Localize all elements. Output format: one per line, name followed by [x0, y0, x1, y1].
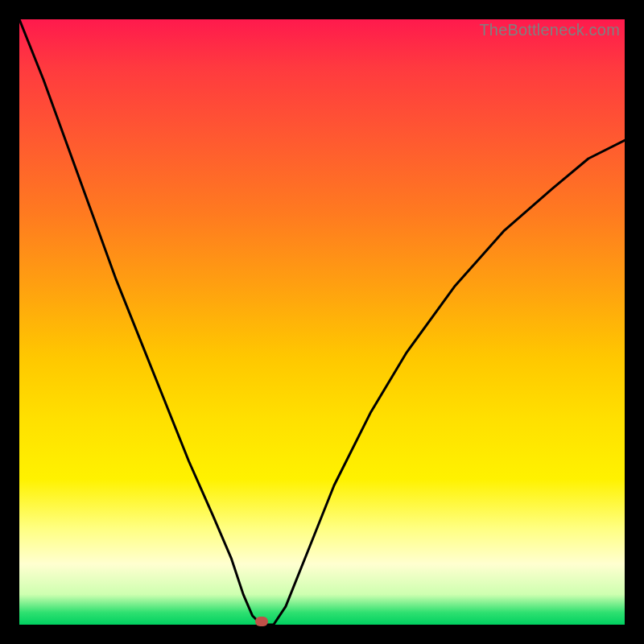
watermark-text: TheBottleneck.com — [479, 21, 620, 39]
plot-area: TheBottleneck.com — [19, 19, 625, 625]
curve-path — [19, 19, 625, 625]
bottleneck-curve — [19, 19, 625, 625]
chart-frame: TheBottleneck.com — [0, 0, 644, 644]
optimal-point-marker — [255, 617, 268, 626]
